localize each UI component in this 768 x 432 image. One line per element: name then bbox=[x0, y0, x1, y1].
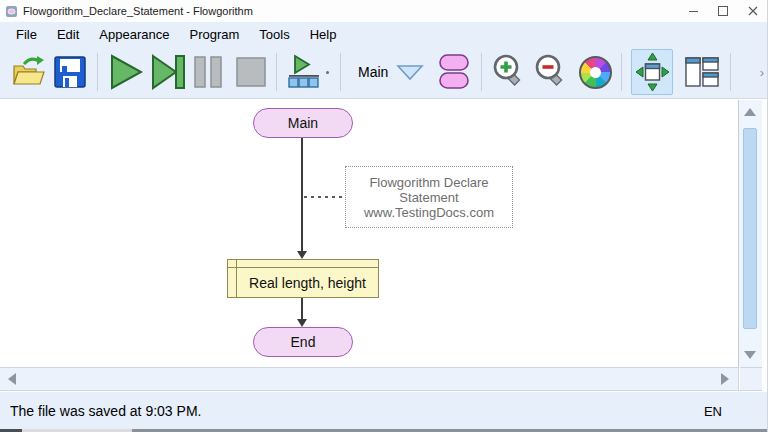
window-layout-button[interactable] bbox=[683, 54, 721, 90]
comment-connector bbox=[304, 196, 346, 198]
dropdown-dot-icon[interactable] bbox=[326, 71, 329, 74]
scroll-down-icon[interactable] bbox=[744, 351, 756, 359]
pause-icon bbox=[191, 54, 225, 90]
status-bar: The file was saved at 9:03 PM. EN bbox=[0, 392, 768, 429]
window-controls bbox=[678, 0, 768, 22]
step-forward-icon bbox=[149, 53, 187, 91]
app-icon bbox=[6, 6, 17, 17]
run-button[interactable] bbox=[107, 53, 145, 91]
toolbar: Main bbox=[0, 46, 768, 99]
scroll-left-icon[interactable] bbox=[8, 373, 16, 385]
scroll-up-icon[interactable] bbox=[744, 108, 756, 116]
menu-help[interactable]: Help bbox=[300, 24, 347, 45]
stop-button[interactable] bbox=[235, 56, 267, 88]
minimize-icon bbox=[689, 11, 698, 12]
fit-arrows-icon bbox=[633, 51, 671, 93]
function-manager-button[interactable] bbox=[436, 53, 472, 91]
comment-line: Flowgorithm Declare bbox=[369, 175, 488, 190]
window-title: Flowgorithm_Declare_Statement - Flowgori… bbox=[23, 5, 253, 17]
color-wheel-icon bbox=[579, 56, 612, 89]
chevron-down-icon bbox=[396, 63, 424, 81]
flowgorithm-window: Flowgorithm_Declare_Statement - Flowgori… bbox=[0, 0, 768, 432]
menu-tools[interactable]: Tools bbox=[249, 24, 299, 45]
comment-line: www.TestingDocs.com bbox=[364, 205, 494, 220]
comment-box[interactable]: Flowgorithm Declare Statement www.Testin… bbox=[345, 166, 513, 228]
save-floppy-icon bbox=[52, 54, 88, 90]
declare-node-label: Real length, height bbox=[237, 268, 378, 297]
flowchart-canvas: Main Flowgorithm Declare Statement www.T… bbox=[0, 100, 738, 367]
menu-edit[interactable]: Edit bbox=[47, 24, 89, 45]
close-icon bbox=[748, 6, 758, 16]
scroll-right-icon[interactable] bbox=[721, 373, 729, 385]
chart-colors-button[interactable] bbox=[579, 56, 612, 89]
toolbar-overflow-chevron[interactable]: › bbox=[760, 65, 764, 80]
play-blocks-icon bbox=[286, 54, 322, 90]
function-selector-dropdown[interactable] bbox=[396, 63, 424, 81]
horizontal-scrollbar[interactable] bbox=[0, 367, 739, 391]
flowchart-start-node[interactable]: Main bbox=[253, 108, 353, 138]
arrow-down-icon bbox=[297, 251, 307, 259]
comment-line: Statement bbox=[399, 190, 458, 205]
language-indicator[interactable]: EN bbox=[704, 404, 722, 419]
flow-line bbox=[301, 138, 303, 251]
save-button[interactable] bbox=[52, 54, 88, 90]
open-button[interactable] bbox=[10, 53, 48, 91]
fit-to-window-button[interactable] bbox=[631, 49, 673, 95]
function-shapes-icon bbox=[436, 53, 472, 91]
arrow-down-icon bbox=[297, 319, 307, 327]
close-button[interactable] bbox=[738, 0, 768, 22]
vertical-scrollbar[interactable] bbox=[738, 100, 762, 367]
maximize-button[interactable] bbox=[708, 0, 738, 22]
play-icon bbox=[107, 53, 145, 91]
zoom-out-button[interactable] bbox=[533, 53, 571, 91]
menu-file[interactable]: File bbox=[6, 24, 47, 45]
toolbar-separator bbox=[97, 53, 98, 91]
flow-line bbox=[301, 298, 303, 319]
zoom-out-icon bbox=[533, 53, 571, 91]
zoom-in-icon bbox=[491, 53, 529, 91]
end-node-label: End bbox=[291, 334, 316, 350]
menu-bar: File Edit Appearance Program Tools Help bbox=[0, 22, 768, 46]
toolbar-separator bbox=[730, 53, 731, 91]
start-node-label: Main bbox=[288, 115, 318, 131]
toolbar-separator bbox=[621, 53, 622, 91]
menu-program[interactable]: Program bbox=[179, 24, 249, 45]
status-message: The file was saved at 9:03 PM. bbox=[10, 403, 201, 419]
function-selector-label[interactable]: Main bbox=[358, 64, 388, 80]
vertical-scroll-thumb[interactable] bbox=[743, 128, 757, 329]
run-options-button[interactable] bbox=[286, 54, 322, 90]
declare-statement-node[interactable]: Real length, height bbox=[227, 259, 379, 298]
menu-appearance[interactable]: Appearance bbox=[89, 24, 179, 45]
scrollbar-corner bbox=[740, 367, 762, 391]
step-button[interactable] bbox=[149, 53, 187, 91]
flowchart-end-node[interactable]: End bbox=[253, 327, 353, 357]
toolbar-separator bbox=[481, 53, 482, 91]
toolbar-separator bbox=[276, 53, 277, 91]
title-bar[interactable]: Flowgorithm_Declare_Statement - Flowgori… bbox=[0, 0, 768, 22]
minimize-button[interactable] bbox=[678, 0, 708, 22]
open-folder-icon bbox=[10, 53, 48, 91]
window-layout-icon bbox=[683, 54, 721, 90]
zoom-in-button[interactable] bbox=[491, 53, 529, 91]
maximize-icon bbox=[718, 6, 728, 16]
toolbar-separator bbox=[340, 53, 341, 91]
stop-icon bbox=[235, 56, 267, 88]
pause-button[interactable] bbox=[191, 54, 225, 90]
